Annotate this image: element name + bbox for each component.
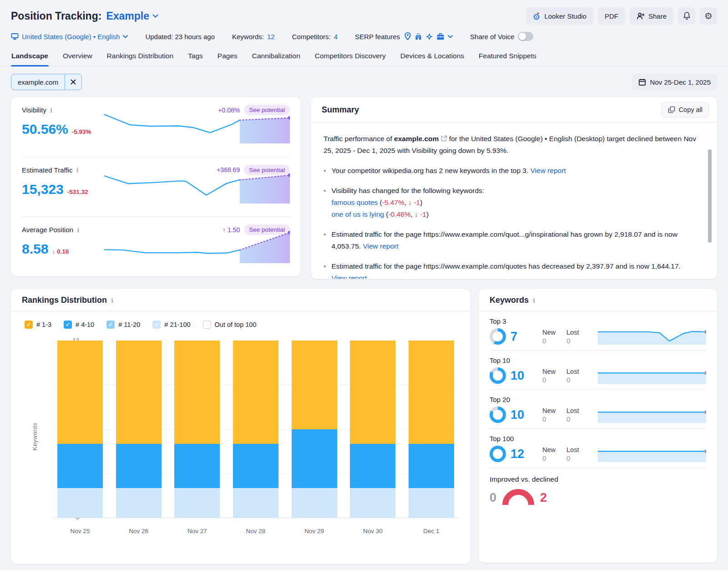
bar-segment xyxy=(174,341,220,444)
legend-item-11-20[interactable]: ✓ # 11-20 xyxy=(106,321,140,329)
top3-label: Top 3 xyxy=(490,317,706,325)
share-label: Share xyxy=(648,12,667,20)
settings-button[interactable]: ⚙ xyxy=(700,7,717,25)
info-icon[interactable]: i xyxy=(50,107,52,114)
x-axis-labels: Nov 25 Nov 26 Nov 27 Nov 28 Nov 29 Nov 3… xyxy=(57,528,454,534)
share-of-voice-toggle[interactable] xyxy=(518,32,533,41)
checkbox-4-10[interactable]: ✓ xyxy=(64,321,72,329)
legend-item-21-100[interactable]: ✓ # 21-100 xyxy=(152,321,190,329)
locale-selector[interactable]: United States (Google) • English xyxy=(11,33,128,41)
view-report-link[interactable]: View report xyxy=(363,242,398,250)
date-range-picker[interactable]: Nov 25-Dec 1, 2025 xyxy=(632,74,717,90)
summary-bullet-page-grown: Estimated traffic for the page https://w… xyxy=(324,229,696,252)
tab-devices-locations[interactable]: Devices & Locations xyxy=(400,50,465,66)
competitors-value-link[interactable]: 4 xyxy=(334,33,338,41)
info-icon[interactable]: i xyxy=(77,226,79,234)
checkbox-1-3[interactable]: ✓ xyxy=(25,321,33,329)
view-report-link[interactable]: View report xyxy=(331,274,367,279)
project-selector[interactable]: Example xyxy=(106,10,158,22)
bar-nov-27[interactable] xyxy=(174,341,220,518)
serp-features[interactable]: SERP features xyxy=(355,32,453,41)
bar-segment xyxy=(174,444,220,488)
top100-sparkline xyxy=(598,446,706,462)
legend-item-4-10[interactable]: ✓ # 4-10 xyxy=(64,321,94,329)
calendar-icon xyxy=(638,78,646,86)
tab-overview[interactable]: Overview xyxy=(62,50,93,66)
bar-segment xyxy=(116,488,162,518)
row-rankings-keywords: Rankings Distribution i ✓ # 1-3 ✓ # 4-10… xyxy=(0,289,728,564)
lost-value: 0 xyxy=(566,337,579,345)
traffic-label: Estimated Traffic xyxy=(22,166,72,174)
instant-answer-star-icon xyxy=(425,33,433,41)
bar-nov-25[interactable] xyxy=(57,341,103,518)
checkbox-21-100[interactable]: ✓ xyxy=(152,321,161,329)
tab-tags[interactable]: Tags xyxy=(187,50,203,66)
checkbox-out-of-top-100[interactable] xyxy=(203,321,211,329)
tab-landscape[interactable]: Landscape xyxy=(11,50,49,66)
summary-domain: example.com xyxy=(394,135,439,142)
declined-count: 2 xyxy=(540,491,547,505)
copy-icon xyxy=(668,106,675,113)
chip-close-button[interactable] xyxy=(65,74,81,90)
chevron-down-icon xyxy=(123,35,128,38)
legend-label: Out of top 100 xyxy=(215,321,257,328)
bar-dec-1[interactable] xyxy=(409,341,454,518)
keywords-value-link[interactable]: 12 xyxy=(267,33,275,41)
share-person-icon xyxy=(637,12,645,20)
keyword-change-pct: -5.47% xyxy=(382,198,404,206)
bar-segment xyxy=(409,488,454,518)
summary-scrollbar[interactable] xyxy=(708,149,712,243)
keyword-link-famous-quotes[interactable]: famous quotes xyxy=(331,198,378,206)
lost-label: Lost xyxy=(566,368,579,375)
looker-studio-button[interactable]: Looker Studio xyxy=(526,7,593,25)
new-label: New xyxy=(542,368,556,375)
rankings-title: Rankings Distribution xyxy=(22,295,107,305)
info-icon[interactable]: i xyxy=(111,297,113,304)
visibility-sparkline xyxy=(104,110,290,143)
title-left: Position Tracking: Example xyxy=(11,10,158,22)
estimated-traffic-metric: Estimated Traffic i +368.69 See potentia… xyxy=(22,157,290,217)
bar-segment xyxy=(292,341,337,429)
keyword-link-one-of-us[interactable]: one of us is lying xyxy=(331,210,384,218)
bar-segment xyxy=(233,488,278,518)
bar-nov-29[interactable] xyxy=(292,341,337,518)
top3-count: 7 xyxy=(511,330,531,344)
legend-label: # 1-3 xyxy=(36,321,51,328)
legend-item-1-3[interactable]: ✓ # 1-3 xyxy=(25,321,51,329)
bar-nov-30[interactable] xyxy=(350,341,395,518)
bar-nov-26[interactable] xyxy=(116,341,162,518)
info-icon[interactable]: i xyxy=(76,166,78,173)
tab-featured-snippets[interactable]: Featured Snippets xyxy=(478,50,537,66)
view-report-link[interactable]: View report xyxy=(531,167,566,174)
bullet-text: Your competitor wikipedia.org has 2 new … xyxy=(331,167,530,174)
hotel-pack-icon xyxy=(415,33,422,41)
legend-item-out-of-top-100[interactable]: Out of top 100 xyxy=(203,321,257,329)
x-label: Nov 29 xyxy=(292,528,337,534)
checkbox-11-20[interactable]: ✓ xyxy=(106,321,115,329)
bar-segment xyxy=(350,341,395,444)
top3-donut xyxy=(490,328,506,345)
row-metrics-summary: Visibility i +0.08% See potential 50.56%… xyxy=(0,97,728,279)
top20-label: Top 20 xyxy=(490,396,706,403)
tab-pages[interactable]: Pages xyxy=(217,50,238,66)
domain-chip-label[interactable]: example.com xyxy=(11,74,65,90)
monitor-icon xyxy=(11,33,19,40)
info-icon[interactable]: i xyxy=(533,297,535,304)
pdf-button[interactable]: PDF xyxy=(598,7,625,25)
tab-competitors-discovery[interactable]: Competitors Discovery xyxy=(314,50,386,66)
tab-cannibalization[interactable]: Cannibalization xyxy=(252,50,301,66)
topbar: Position Tracking: Example Looker Studio xyxy=(0,0,728,41)
notifications-button[interactable] xyxy=(678,7,695,25)
share-button[interactable]: Share xyxy=(630,7,673,25)
new-value: 0 xyxy=(542,454,556,462)
copy-all-button[interactable]: Copy all xyxy=(662,102,709,117)
external-link-icon[interactable] xyxy=(441,135,447,142)
tab-rankings-distribution[interactable]: Rankings Distribution xyxy=(106,50,174,66)
bar-segment xyxy=(409,444,454,488)
improved-count: 0 xyxy=(490,491,496,505)
lost-label: Lost xyxy=(566,329,579,336)
bell-icon xyxy=(682,11,691,20)
bar-segment xyxy=(233,341,278,444)
bar-nov-28[interactable] xyxy=(233,341,278,518)
bullet-text: Visibility has changed for the following… xyxy=(331,187,484,194)
